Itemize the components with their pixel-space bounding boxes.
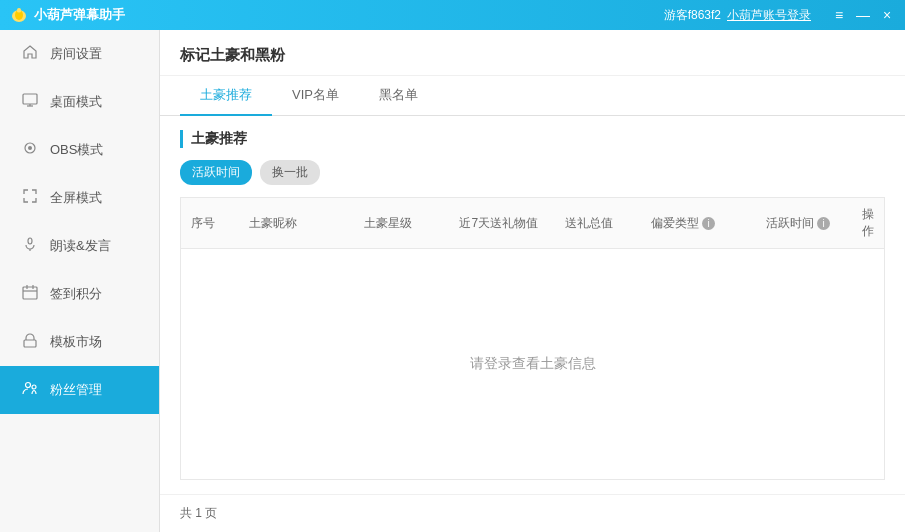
obs-mode-icon: [20, 140, 40, 160]
svg-point-3: [17, 10, 21, 13]
sidebar-label-fan-management: 粉丝管理: [50, 381, 102, 399]
content-area: 标记土豪和黑粉 土豪推荐VIP名单黑名单 土豪推荐 活跃时间换一批 序号 土豪昵…: [160, 30, 905, 532]
table-header: 序号 土豪昵称 土豪星级 近7天送礼物值 送礼总值 偏爱类型 i 活跃时间 i …: [180, 197, 885, 248]
empty-text: 请登录查看土豪信息: [470, 355, 596, 373]
titlebar: 小葫芦弹幕助手 游客f863f2 小葫芦账号登录 ≡ — ×: [0, 0, 905, 30]
sidebar-label-fullscreen-mode: 全屏模式: [50, 189, 102, 207]
app-title: 小葫芦弹幕助手: [34, 6, 125, 24]
menu-btn[interactable]: ≡: [831, 8, 847, 22]
svg-point-9: [28, 238, 32, 244]
sidebar-item-checkin[interactable]: 签到积分: [0, 270, 159, 318]
fullscreen-mode-icon: [20, 188, 40, 208]
reading-icon: [20, 236, 40, 256]
close-btn[interactable]: ×: [879, 8, 895, 22]
sidebar-item-room-settings[interactable]: 房间设置: [0, 30, 159, 78]
svg-rect-4: [23, 94, 37, 104]
main-layout: 房间设置 桌面模式 OBS模式 全屏模式 朗读&发言: [0, 30, 905, 532]
login-text[interactable]: 小葫芦账号登录: [727, 7, 811, 24]
sidebar-label-template-market: 模板市场: [50, 333, 102, 351]
filter-btn-active-time[interactable]: 活跃时间: [180, 160, 252, 185]
titlebar-right: 游客f863f2 小葫芦账号登录 ≡ — ×: [664, 7, 895, 24]
col-header-active: 活跃时间 i: [766, 215, 862, 232]
user-id: 游客f863f2: [664, 7, 721, 24]
desktop-mode-icon: [20, 92, 40, 112]
sidebar-label-checkin: 签到积分: [50, 285, 102, 303]
sidebar-item-template-market[interactable]: 模板市场: [0, 318, 159, 366]
col-header-fav: 偏爱类型 i: [651, 215, 766, 232]
sidebar: 房间设置 桌面模式 OBS模式 全屏模式 朗读&发言: [0, 30, 160, 532]
sidebar-item-desktop-mode[interactable]: 桌面模式: [0, 78, 159, 126]
room-settings-icon: [20, 44, 40, 64]
col-header-op: 操作: [862, 206, 874, 240]
col-header-no: 序号: [191, 215, 249, 232]
svg-point-17: [32, 385, 36, 389]
col-header-total: 送礼总值: [565, 215, 651, 232]
sidebar-label-reading: 朗读&发言: [50, 237, 111, 255]
sidebar-item-reading[interactable]: 朗读&发言: [0, 222, 159, 270]
table-body: 请登录查看土豪信息: [180, 248, 885, 480]
app-logo: [10, 6, 28, 24]
footer: 共 1 页: [160, 494, 905, 532]
svg-point-16: [26, 383, 31, 388]
active-info-icon[interactable]: i: [817, 217, 830, 230]
filter-btn-change-batch[interactable]: 换一批: [260, 160, 320, 185]
sidebar-item-fan-management[interactable]: 粉丝管理: [0, 366, 159, 414]
fan-management-icon: [20, 380, 40, 400]
sidebar-item-obs-mode[interactable]: OBS模式: [0, 126, 159, 174]
col-header-name: 土豪昵称: [249, 215, 364, 232]
tab-blacklist[interactable]: 黑名单: [359, 76, 438, 116]
template-market-icon: [20, 332, 40, 352]
sidebar-label-obs-mode: OBS模式: [50, 141, 103, 159]
checkin-icon: [20, 284, 40, 304]
svg-rect-11: [23, 287, 37, 299]
sidebar-item-fullscreen-mode[interactable]: 全屏模式: [0, 174, 159, 222]
page-title: 标记土豪和黑粉: [160, 30, 905, 76]
tabs-container: 土豪推荐VIP名单黑名单: [160, 76, 905, 116]
fav-info-icon[interactable]: i: [702, 217, 715, 230]
col-header-gift7: 近7天送礼物值: [459, 215, 564, 232]
svg-rect-15: [24, 340, 36, 347]
svg-point-8: [28, 146, 32, 150]
section-title: 土豪推荐: [180, 130, 885, 148]
filter-row: 活跃时间换一批: [180, 160, 885, 185]
tab-tuhao-recommend[interactable]: 土豪推荐: [180, 76, 272, 116]
col-header-star: 土豪星级: [364, 215, 460, 232]
sidebar-label-room-settings: 房间设置: [50, 45, 102, 63]
page-info: 共 1 页: [180, 506, 217, 520]
main-section: 土豪推荐 活跃时间换一批 序号 土豪昵称 土豪星级 近7天送礼物值 送礼总值 偏…: [160, 116, 905, 494]
minimize-btn[interactable]: —: [855, 8, 871, 22]
user-info: 游客f863f2 小葫芦账号登录: [664, 7, 811, 24]
tab-vip-list[interactable]: VIP名单: [272, 76, 359, 116]
sidebar-label-desktop-mode: 桌面模式: [50, 93, 102, 111]
window-controls: ≡ — ×: [831, 8, 895, 22]
